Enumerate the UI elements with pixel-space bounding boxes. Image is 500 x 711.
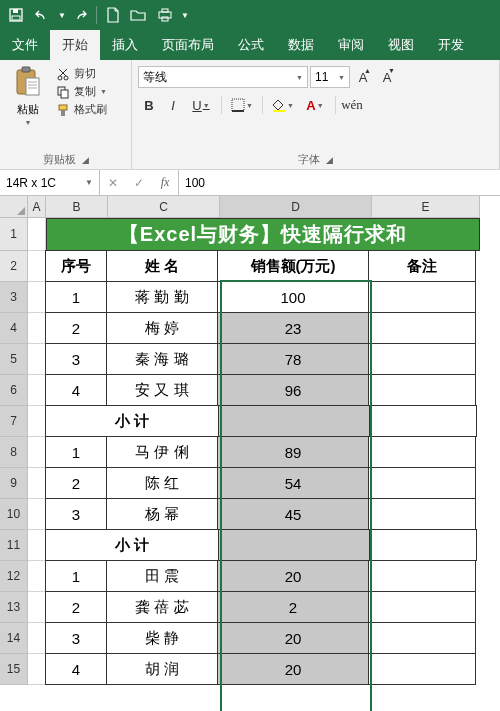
cut-button[interactable]: 剪切 bbox=[56, 66, 107, 81]
cell-a8[interactable] bbox=[28, 437, 46, 468]
tab-file[interactable]: 文件 bbox=[0, 30, 50, 60]
cell-e11[interactable] bbox=[369, 529, 477, 561]
row-header-4[interactable]: 4 bbox=[0, 313, 28, 344]
tab-developer[interactable]: 开发 bbox=[426, 30, 476, 60]
cell-e9[interactable] bbox=[368, 467, 476, 499]
insert-function-icon[interactable]: fx bbox=[152, 170, 178, 195]
col-header-c[interactable]: C bbox=[108, 196, 220, 218]
row-header-11[interactable]: 11 bbox=[0, 530, 28, 561]
cell-e14[interactable] bbox=[368, 622, 476, 654]
cell-d10[interactable]: 45 bbox=[217, 498, 369, 530]
namebox-dropdown-icon[interactable]: ▼ bbox=[85, 178, 93, 187]
cell-d4[interactable]: 23 bbox=[217, 312, 369, 344]
cell-c15[interactable]: 胡 润 bbox=[106, 653, 218, 685]
spreadsheet-grid[interactable]: A B C D E 123456789101112131415 【Excel与财… bbox=[0, 196, 500, 685]
cell-d15[interactable]: 20 bbox=[217, 653, 369, 685]
cell-d13[interactable]: 2 bbox=[217, 591, 369, 623]
row-header-5[interactable]: 5 bbox=[0, 344, 28, 375]
font-dialog-launcher-icon[interactable]: ◢ bbox=[326, 155, 333, 165]
cell-a9[interactable] bbox=[28, 468, 46, 499]
row-header-2[interactable]: 2 bbox=[0, 251, 28, 282]
tab-insert[interactable]: 插入 bbox=[100, 30, 150, 60]
italic-button[interactable]: I bbox=[162, 94, 184, 116]
col-header-e[interactable]: E bbox=[372, 196, 480, 218]
redo-icon[interactable] bbox=[68, 3, 92, 27]
cell-b8[interactable]: 1 bbox=[45, 436, 107, 468]
font-size-combo[interactable]: 11▼ bbox=[310, 66, 350, 88]
cell-c8[interactable]: 马 伊 俐 bbox=[106, 436, 218, 468]
cell-e8[interactable] bbox=[368, 436, 476, 468]
select-all-corner[interactable] bbox=[0, 196, 28, 218]
cell-a3[interactable] bbox=[28, 282, 46, 313]
shrink-font-button[interactable]: A▼ bbox=[376, 66, 398, 88]
cells-area[interactable]: 【Excel与财务】快速隔行求和 序号姓 名销售额(万元)备注1蒋 勤 勤100… bbox=[28, 218, 480, 685]
tab-page-layout[interactable]: 页面布局 bbox=[150, 30, 226, 60]
col-header-b[interactable]: B bbox=[46, 196, 108, 218]
cell-d6[interactable]: 96 bbox=[217, 374, 369, 406]
font-color-button[interactable]: A▼ bbox=[300, 94, 330, 116]
row-header-13[interactable]: 13 bbox=[0, 592, 28, 623]
cell-b6[interactable]: 4 bbox=[45, 374, 107, 406]
tab-review[interactable]: 审阅 bbox=[326, 30, 376, 60]
cell-b9[interactable]: 2 bbox=[45, 467, 107, 499]
quick-print-icon[interactable] bbox=[153, 3, 177, 27]
cell-e13[interactable] bbox=[368, 591, 476, 623]
tab-data[interactable]: 数据 bbox=[276, 30, 326, 60]
cell-e4[interactable] bbox=[368, 312, 476, 344]
cell-b3[interactable]: 1 bbox=[45, 281, 107, 313]
phonetic-button[interactable]: wén bbox=[341, 94, 363, 116]
cell-b15[interactable]: 4 bbox=[45, 653, 107, 685]
copy-button[interactable]: 复制▼ bbox=[56, 84, 107, 99]
border-button[interactable]: ▼ bbox=[227, 94, 257, 116]
row-header-12[interactable]: 12 bbox=[0, 561, 28, 592]
cancel-formula-icon[interactable]: ✕ bbox=[100, 170, 126, 195]
cell-e5[interactable] bbox=[368, 343, 476, 375]
grow-font-button[interactable]: A▲ bbox=[352, 66, 374, 88]
row-header-1[interactable]: 1 bbox=[0, 218, 28, 251]
row-header-6[interactable]: 6 bbox=[0, 375, 28, 406]
cell-d7[interactable] bbox=[218, 405, 370, 437]
cell-b14[interactable]: 3 bbox=[45, 622, 107, 654]
cell-a10[interactable] bbox=[28, 499, 46, 530]
font-name-combo[interactable]: 等线▼ bbox=[138, 66, 308, 88]
tab-view[interactable]: 视图 bbox=[376, 30, 426, 60]
cell-c5[interactable]: 秦 海 璐 bbox=[106, 343, 218, 375]
cell-e7[interactable] bbox=[369, 405, 477, 437]
paste-button[interactable]: 粘贴 ▼ bbox=[6, 64, 50, 126]
cell-c9[interactable]: 陈 红 bbox=[106, 467, 218, 499]
cell-b4[interactable]: 2 bbox=[45, 312, 107, 344]
cell-d3[interactable]: 100 bbox=[217, 281, 369, 313]
cell-b5[interactable]: 3 bbox=[45, 343, 107, 375]
cell-a14[interactable] bbox=[28, 623, 46, 654]
row-header-3[interactable]: 3 bbox=[0, 282, 28, 313]
cell-c12[interactable]: 田 震 bbox=[106, 560, 218, 592]
cell-d11[interactable] bbox=[218, 529, 370, 561]
cell-d14[interactable]: 20 bbox=[217, 622, 369, 654]
cell-e6[interactable] bbox=[368, 374, 476, 406]
paste-dropdown-icon[interactable]: ▼ bbox=[25, 119, 32, 126]
underline-button[interactable]: U▼ bbox=[186, 94, 216, 116]
row-header-9[interactable]: 9 bbox=[0, 468, 28, 499]
cell-e3[interactable] bbox=[368, 281, 476, 313]
cell-c4[interactable]: 梅 婷 bbox=[106, 312, 218, 344]
cell-a11[interactable] bbox=[28, 530, 46, 561]
cell-c3[interactable]: 蒋 勤 勤 bbox=[106, 281, 218, 313]
cell-b13[interactable]: 2 bbox=[45, 591, 107, 623]
clipboard-dialog-launcher-icon[interactable]: ◢ bbox=[82, 155, 89, 165]
cell-a12[interactable] bbox=[28, 561, 46, 592]
cell-c6[interactable]: 安 又 琪 bbox=[106, 374, 218, 406]
save-icon[interactable] bbox=[4, 3, 28, 27]
tab-formulas[interactable]: 公式 bbox=[226, 30, 276, 60]
cell-b10[interactable]: 3 bbox=[45, 498, 107, 530]
cell-d8[interactable]: 89 bbox=[217, 436, 369, 468]
row-header-10[interactable]: 10 bbox=[0, 499, 28, 530]
cell-a15[interactable] bbox=[28, 654, 46, 685]
cell-a6[interactable] bbox=[28, 375, 46, 406]
tab-home[interactable]: 开始 bbox=[50, 30, 100, 60]
undo-icon[interactable] bbox=[30, 3, 54, 27]
cell-a13[interactable] bbox=[28, 592, 46, 623]
row-header-8[interactable]: 8 bbox=[0, 437, 28, 468]
cell-d9[interactable]: 54 bbox=[217, 467, 369, 499]
cell-c13[interactable]: 龚 蓓 苾 bbox=[106, 591, 218, 623]
col-header-d[interactable]: D bbox=[220, 196, 372, 218]
